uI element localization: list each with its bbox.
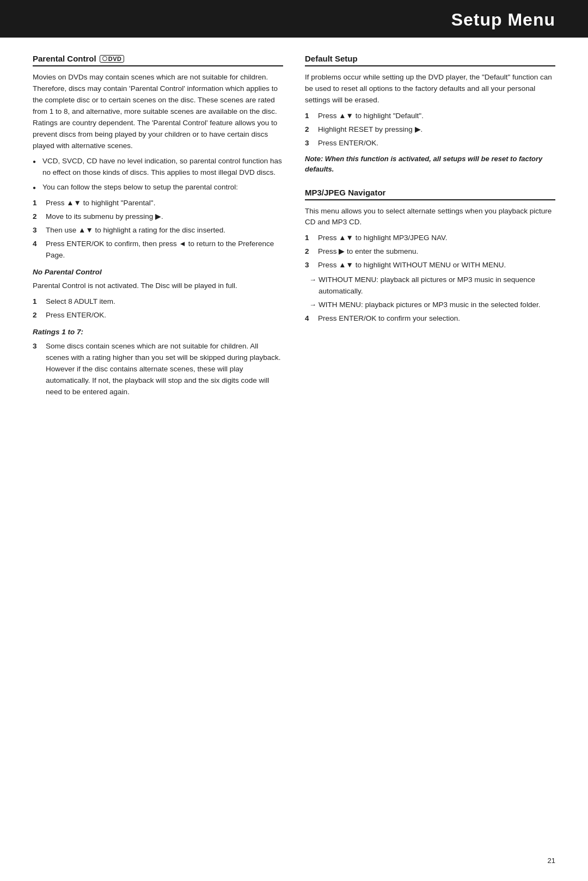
step-item: 3 Some discs contain scenes which are no…	[33, 341, 283, 398]
default-intro: If problems occur while setting up the D…	[305, 72, 555, 106]
step-item: 3 Then use ▲▼ to highlight a rating for …	[33, 225, 283, 236]
parental-bullet-list: VCD, SVCD, CD have no level indication, …	[33, 156, 283, 193]
ratings-steps: 3 Some discs contain scenes which are no…	[33, 341, 283, 398]
default-note: Note: When this function is activated, a…	[305, 154, 555, 175]
page-number: 21	[548, 856, 555, 865]
step-item: 1 Select 8 ADULT item.	[33, 296, 283, 308]
step-item: 3 Press ENTER/OK.	[305, 138, 555, 149]
default-setup-body: If problems occur while setting up the D…	[305, 72, 555, 175]
step-item: 3 Press ▲▼ to highlight WITHOUT MENU or …	[305, 260, 555, 271]
page-content: Parental Control DVD Movies on DVDs may …	[0, 38, 588, 444]
parental-intro: Movies on DVDs may contain scenes which …	[33, 72, 283, 151]
step-item: 4 Press ENTER/OK to confirm, then press …	[33, 238, 283, 261]
no-parental-intro: Parental Control is not activated. The D…	[33, 280, 283, 292]
arrow-item-1: → WITHOUT MENU: playback all pictures or…	[305, 274, 555, 297]
default-setup-title: Default Setup	[305, 54, 555, 66]
default-setup-section: Default Setup If problems occur while se…	[305, 54, 555, 175]
right-column: Default Setup If problems occur while se…	[305, 54, 555, 411]
step-item: 1 Press ▲▼ to highlight MP3/JPEG NAV.	[305, 233, 555, 244]
no-parental-steps: 1 Select 8 ADULT item. 2 Press ENTER/OK.	[33, 296, 283, 321]
step-item: 2 Highlight RESET by pressing ▶.	[305, 124, 555, 136]
parental-control-body: Movies on DVDs may contain scenes which …	[33, 72, 283, 398]
arrow-icon: →	[309, 274, 316, 297]
no-parental-title: No Parental Control	[33, 267, 283, 278]
step-item: 1 Press ▲▼ to highlight "Default".	[305, 111, 555, 122]
dvd-disc-icon	[102, 56, 107, 61]
mp3-jpeg-section: MP3/JPEG Navigator This menu allows you …	[305, 188, 555, 325]
step-item: 2 Press ENTER/OK.	[33, 310, 283, 321]
bullet-item: You can follow the steps below to setup …	[33, 182, 283, 193]
parental-steps-list: 1 Press ▲▼ to highlight "Parental". 2 Mo…	[33, 198, 283, 261]
arrow-icon: →	[309, 299, 316, 311]
bullet-item: VCD, SVCD, CD have no level indication, …	[33, 156, 283, 179]
step-item: 2 Move to its submenu by pressing ▶.	[33, 211, 283, 223]
mp3-jpeg-body: This menu allows you to select alternate…	[305, 206, 555, 325]
mp3-steps: 1 Press ▲▼ to highlight MP3/JPEG NAV. 2 …	[305, 233, 555, 271]
step-item: 2 Press ▶ to enter the submenu.	[305, 246, 555, 258]
default-steps: 1 Press ▲▼ to highlight "Default". 2 Hig…	[305, 111, 555, 149]
step-item: 4 Press ENTER/OK to confirm your selecti…	[305, 313, 555, 325]
parental-control-section: Parental Control DVD Movies on DVDs may …	[33, 54, 283, 398]
mp3-step4-list: 4 Press ENTER/OK to confirm your selecti…	[305, 313, 555, 325]
left-column: Parental Control DVD Movies on DVDs may …	[33, 54, 283, 411]
mp3-jpeg-title: MP3/JPEG Navigator	[305, 188, 555, 200]
arrow-item-2: → WITH MENU: playback pictures or MP3 mu…	[305, 299, 555, 311]
step-item: 1 Press ▲▼ to highlight "Parental".	[33, 198, 283, 209]
dvd-badge: DVD	[100, 55, 125, 63]
page-title: Setup Menu	[33, 10, 555, 30]
ratings-title: Ratings 1 to 7:	[33, 327, 283, 338]
page-header: Setup Menu	[0, 0, 588, 38]
mp3-jpeg-intro: This menu allows you to select alternate…	[305, 206, 555, 229]
parental-control-title: Parental Control DVD	[33, 54, 283, 66]
